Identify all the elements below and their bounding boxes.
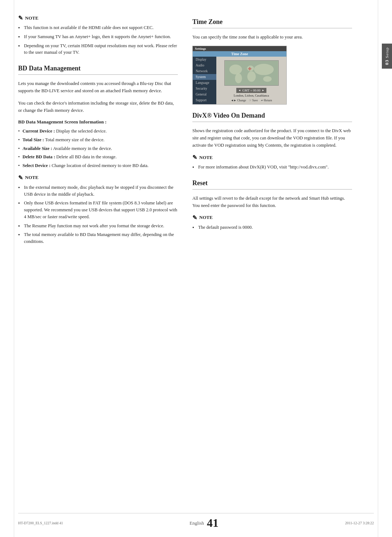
list-item: Current Device : Display the selected de… [18,128,178,135]
note-label-2: NOTE [25,175,38,180]
gmt-value: GMT + 00:00 [242,89,261,92]
nav-return: ↩ Return [261,99,272,102]
divx-body: Shows the registration code authorized f… [192,127,352,149]
bd-data-management-section: BD Data Management Lets you manage the d… [18,65,178,169]
left-column: ✎ NOTE This function is not available if… [18,15,178,254]
note-item: This function is not available if the HD… [18,24,178,31]
reset-note-header: ✎ NOTE [192,214,352,221]
bullet-label: Total Size : [23,137,44,142]
divx-note-header: ✎ NOTE [192,154,352,161]
english-label: English [189,520,204,526]
divx-note-list: For more information about DivX(R) VOD, … [192,164,352,171]
divx-heading: DivX® Video On Demand [192,112,352,122]
bullet-label: Delete BD Data : [23,154,55,159]
settings-menu: Display Audio Network System Language Se… [193,57,216,104]
gmt-bar: ◄ GMT + 00:00 ► [236,88,267,93]
reset-section: Reset All settings will revert to the de… [192,179,352,231]
side-tab-text: Setup [385,47,389,58]
note-header-2: ✎ NOTE [18,174,178,181]
note-list-1: This function is not available if the HD… [18,24,178,56]
bd-intro-1: Lets you manage the downloaded contents … [18,80,178,94]
bullet-text: Delete all BD data in the storage. [55,154,117,159]
menu-item-language: Language [193,80,216,86]
note-label-1: NOTE [25,15,38,21]
page: 03 Setup ✎ NOTE This function is not ava… [0,0,392,537]
bd-intro-2: You can check the device's information i… [18,99,178,114]
note-header-1: ✎ NOTE [18,15,178,21]
nav-bar: ◄► Change ☞ Save ↩ Return [231,99,272,102]
reset-note-list: The default password is 0000. [192,224,352,231]
divx-note-label: NOTE [199,155,213,160]
note-section-2: ✎ NOTE In the external memory mode, disc… [18,174,178,245]
note-item: For more information about DivX(R) VOD, … [192,164,352,171]
settings-header-label: Settings [193,46,286,51]
settings-inner: Display Audio Network System Language Se… [193,57,286,104]
divx-section: DivX® Video On Demand Shows the registra… [192,112,352,171]
menu-item-system: System [193,74,216,80]
menu-item-audio: Audio [193,62,216,68]
bd-sub-heading: BD Data Management Screen Information : [18,119,178,125]
timezone-body: You can specify the time zone that is ap… [192,33,352,41]
list-item: Total Size : Total memory size of the de… [18,137,178,143]
svg-point-6 [263,76,271,82]
footer-date: 2011-12-27 3:28:22 [345,521,374,525]
menu-item-display: Display [193,57,216,62]
bullet-text: Display the selected device. [55,129,107,134]
menu-item-network: Network [193,68,216,74]
svg-point-1 [229,65,242,74]
nav-save: ☞ Save [249,99,258,102]
bd-bullet-list: Current Device : Display the selected de… [18,128,178,169]
note-section-1: ✎ NOTE This function is not available if… [18,15,178,56]
bullet-text: Available memory in the device. [52,146,112,151]
nav-change: ◄► Change [231,99,246,102]
note-list-2: In the external memory mode, disc playba… [18,184,178,245]
margin-line-left [14,0,14,537]
divx-note-icon: ✎ [192,154,197,161]
note-item: If your Samsung TV has an Anynet+ logo, … [18,33,178,40]
list-item: Delete BD Data : Delete all BD data in t… [18,154,178,160]
bullet-text: Change location of desired memory to sto… [50,163,148,168]
svg-point-2 [235,73,242,83]
svg-point-5 [254,64,273,75]
reset-note-label: NOTE [199,215,213,220]
note-item: The default password is 0000. [192,224,352,231]
right-arrow: ► [262,89,264,92]
note-item: Depending on your TV, certain HDMI outpu… [18,42,178,56]
bd-heading: BD Data Management [18,65,178,75]
page-number-area: English 41 [189,516,219,530]
note-item: The Resume Play function may not work af… [18,223,178,229]
menu-item-general: General [193,91,216,97]
bullet-label: Available Size : [23,146,52,151]
city-label: London, Lisbon, Casablanca [234,94,269,97]
menu-item-support: Support [193,97,216,103]
reset-note-icon: ✎ [192,214,197,221]
reset-note: ✎ NOTE The default password is 0000. [192,214,352,231]
page-number: 41 [207,516,219,530]
note-icon-1: ✎ [18,15,23,21]
settings-screenshot: Settings Time Zone Display Audio Network… [192,46,287,105]
note-item: In the external memory mode, disc playba… [18,184,178,198]
world-map [224,60,279,86]
bullet-label: Current Device : [23,129,55,134]
timezone-heading: Time Zone [192,18,352,28]
reset-body: All settings will revert to the default … [192,195,352,209]
bullet-label: Select Device : [23,163,50,168]
note-item: The total memory available to BD Data Ma… [18,231,178,245]
settings-title-bar: Time Zone [193,51,286,57]
page-footer: HT-D7200_ELS_1227.indd 41 English 41 201… [18,513,374,530]
footer-file: HT-D7200_ELS_1227.indd 41 [18,521,63,525]
list-item: Available Size : Available memory in the… [18,145,178,152]
margin-line-right [378,0,378,537]
menu-item-security: Security [193,86,216,91]
side-tab-number: 03 [384,60,390,65]
reset-heading: Reset [192,179,352,190]
settings-content: ◄ GMT + 00:00 ► London, Lisbon, Casablan… [216,57,286,104]
list-item: Select Device : Change location of desir… [18,162,178,169]
svg-point-3 [247,66,254,72]
content-area: ✎ NOTE This function is not available if… [18,15,374,254]
left-arrow: ◄ [238,89,241,92]
note-icon-2: ✎ [18,174,23,181]
timezone-section: Time Zone You can specify the time zone … [192,18,352,105]
note-item: Only those USB devices formatted in FAT … [18,200,178,220]
divx-note: ✎ NOTE For more information about DivX(R… [192,154,352,171]
